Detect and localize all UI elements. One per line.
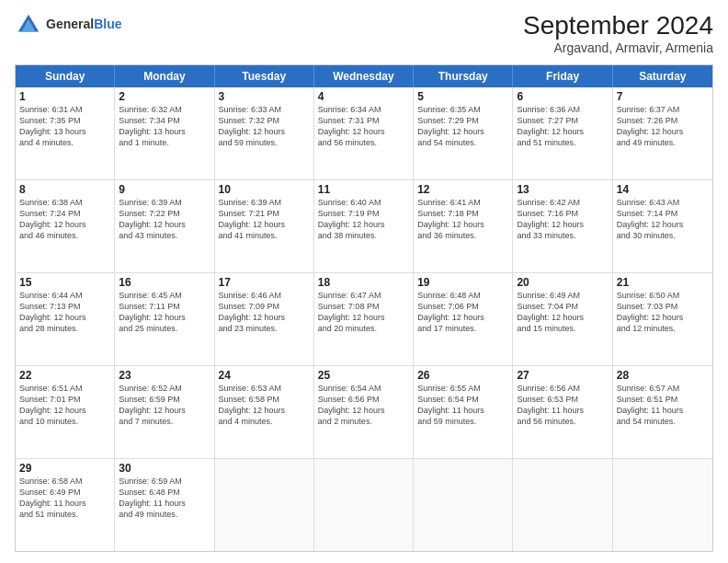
day-info: Sunrise: 6:32 AMSunset: 7:34 PMDaylight:… bbox=[119, 104, 210, 149]
day-number: 20 bbox=[517, 276, 608, 289]
header: GeneralBlue September 2024 Argavand, Arm… bbox=[15, 11, 713, 55]
calendar-day-20: 20Sunrise: 6:49 AMSunset: 7:04 PMDayligh… bbox=[513, 273, 612, 365]
day-info: Sunrise: 6:53 AMSunset: 6:58 PMDaylight:… bbox=[219, 383, 310, 428]
calendar-day-26: 26Sunrise: 6:55 AMSunset: 6:54 PMDayligh… bbox=[414, 366, 513, 458]
calendar-day-22: 22Sunrise: 6:51 AMSunset: 7:01 PMDayligh… bbox=[16, 366, 115, 458]
day-number: 1 bbox=[19, 90, 110, 103]
day-info: Sunrise: 6:36 AMSunset: 7:27 PMDaylight:… bbox=[517, 104, 608, 149]
day-info: Sunrise: 6:38 AMSunset: 7:24 PMDaylight:… bbox=[19, 197, 110, 242]
calendar-week-5: 29Sunrise: 6:58 AMSunset: 6:49 PMDayligh… bbox=[16, 459, 712, 551]
day-number: 4 bbox=[318, 90, 409, 103]
calendar-day-14: 14Sunrise: 6:43 AMSunset: 7:14 PMDayligh… bbox=[613, 180, 712, 272]
calendar-day-21: 21Sunrise: 6:50 AMSunset: 7:03 PMDayligh… bbox=[613, 273, 712, 365]
calendar-day-4: 4Sunrise: 6:34 AMSunset: 7:31 PMDaylight… bbox=[314, 87, 414, 179]
day-number: 18 bbox=[318, 276, 409, 289]
calendar-body: 1Sunrise: 6:31 AMSunset: 7:35 PMDaylight… bbox=[16, 87, 712, 551]
day-info: Sunrise: 6:42 AMSunset: 7:16 PMDaylight:… bbox=[517, 197, 608, 242]
day-info: Sunrise: 6:40 AMSunset: 7:19 PMDaylight:… bbox=[318, 197, 409, 242]
header-day-monday: Monday bbox=[115, 65, 214, 87]
calendar: SundayMondayTuesdayWednesdayThursdayFrid… bbox=[15, 64, 713, 552]
day-number: 24 bbox=[219, 369, 310, 382]
day-info: Sunrise: 6:34 AMSunset: 7:31 PMDaylight:… bbox=[318, 104, 409, 149]
calendar-day-28: 28Sunrise: 6:57 AMSunset: 6:51 PMDayligh… bbox=[613, 366, 712, 458]
calendar-day-30: 30Sunrise: 6:59 AMSunset: 6:48 PMDayligh… bbox=[115, 459, 214, 551]
header-day-saturday: Saturday bbox=[613, 65, 712, 87]
day-info: Sunrise: 6:49 AMSunset: 7:04 PMDaylight:… bbox=[517, 290, 608, 335]
day-info: Sunrise: 6:46 AMSunset: 7:09 PMDaylight:… bbox=[219, 290, 310, 335]
day-info: Sunrise: 6:55 AMSunset: 6:54 PMDaylight:… bbox=[417, 383, 508, 428]
calendar-day-11: 11Sunrise: 6:40 AMSunset: 7:19 PMDayligh… bbox=[314, 180, 414, 272]
day-number: 12 bbox=[417, 183, 508, 196]
day-info: Sunrise: 6:54 AMSunset: 6:56 PMDaylight:… bbox=[318, 383, 409, 428]
calendar-day-empty-4-3 bbox=[314, 459, 414, 551]
calendar-day-9: 9Sunrise: 6:39 AMSunset: 7:22 PMDaylight… bbox=[115, 180, 214, 272]
day-number: 10 bbox=[219, 183, 310, 196]
calendar-day-10: 10Sunrise: 6:39 AMSunset: 7:21 PMDayligh… bbox=[215, 180, 314, 272]
header-day-tuesday: Tuesday bbox=[215, 65, 314, 87]
calendar-week-3: 15Sunrise: 6:44 AMSunset: 7:13 PMDayligh… bbox=[16, 273, 712, 366]
calendar-day-empty-4-6 bbox=[613, 459, 712, 551]
day-info: Sunrise: 6:58 AMSunset: 6:49 PMDaylight:… bbox=[19, 476, 110, 521]
day-number: 22 bbox=[19, 369, 110, 382]
logo-blue: Blue bbox=[94, 17, 121, 31]
calendar-day-29: 29Sunrise: 6:58 AMSunset: 6:49 PMDayligh… bbox=[16, 459, 115, 551]
day-number: 28 bbox=[617, 369, 709, 382]
calendar-day-13: 13Sunrise: 6:42 AMSunset: 7:16 PMDayligh… bbox=[513, 180, 612, 272]
day-number: 13 bbox=[517, 183, 608, 196]
day-number: 7 bbox=[617, 90, 709, 103]
calendar-day-8: 8Sunrise: 6:38 AMSunset: 7:24 PMDaylight… bbox=[16, 180, 115, 272]
day-number: 25 bbox=[318, 369, 409, 382]
day-info: Sunrise: 6:37 AMSunset: 7:26 PMDaylight:… bbox=[617, 104, 709, 149]
title-block: September 2024 Argavand, Armavir, Armeni… bbox=[523, 11, 713, 55]
day-number: 14 bbox=[617, 183, 709, 196]
day-info: Sunrise: 6:51 AMSunset: 7:01 PMDaylight:… bbox=[19, 383, 110, 428]
subtitle: Argavand, Armavir, Armenia bbox=[523, 40, 713, 55]
calendar-week-1: 1Sunrise: 6:31 AMSunset: 7:35 PMDaylight… bbox=[16, 87, 712, 180]
calendar-day-7: 7Sunrise: 6:37 AMSunset: 7:26 PMDaylight… bbox=[613, 87, 712, 179]
day-info: Sunrise: 6:39 AMSunset: 7:22 PMDaylight:… bbox=[119, 197, 210, 242]
day-number: 5 bbox=[417, 90, 508, 103]
logo-general: General bbox=[46, 17, 94, 31]
day-info: Sunrise: 6:39 AMSunset: 7:21 PMDaylight:… bbox=[219, 197, 310, 242]
day-info: Sunrise: 6:59 AMSunset: 6:48 PMDaylight:… bbox=[119, 476, 210, 521]
calendar-day-12: 12Sunrise: 6:41 AMSunset: 7:18 PMDayligh… bbox=[414, 180, 513, 272]
calendar-day-19: 19Sunrise: 6:48 AMSunset: 7:06 PMDayligh… bbox=[414, 273, 513, 365]
page: GeneralBlue September 2024 Argavand, Arm… bbox=[0, 0, 728, 563]
calendar-header: SundayMondayTuesdayWednesdayThursdayFrid… bbox=[16, 65, 712, 87]
calendar-day-17: 17Sunrise: 6:46 AMSunset: 7:09 PMDayligh… bbox=[215, 273, 314, 365]
day-number: 9 bbox=[119, 183, 210, 196]
day-info: Sunrise: 6:35 AMSunset: 7:29 PMDaylight:… bbox=[417, 104, 508, 149]
calendar-day-3: 3Sunrise: 6:33 AMSunset: 7:32 PMDaylight… bbox=[215, 87, 314, 179]
calendar-week-4: 22Sunrise: 6:51 AMSunset: 7:01 PMDayligh… bbox=[16, 366, 712, 459]
day-info: Sunrise: 6:33 AMSunset: 7:32 PMDaylight:… bbox=[219, 104, 310, 149]
day-number: 17 bbox=[219, 276, 310, 289]
calendar-day-empty-4-5 bbox=[513, 459, 612, 551]
logo-icon bbox=[15, 11, 42, 39]
header-day-sunday: Sunday bbox=[16, 65, 115, 87]
calendar-day-1: 1Sunrise: 6:31 AMSunset: 7:35 PMDaylight… bbox=[16, 87, 115, 179]
calendar-day-5: 5Sunrise: 6:35 AMSunset: 7:29 PMDaylight… bbox=[414, 87, 513, 179]
day-info: Sunrise: 6:57 AMSunset: 6:51 PMDaylight:… bbox=[617, 383, 709, 428]
day-number: 16 bbox=[119, 276, 210, 289]
calendar-day-24: 24Sunrise: 6:53 AMSunset: 6:58 PMDayligh… bbox=[215, 366, 314, 458]
day-info: Sunrise: 6:31 AMSunset: 7:35 PMDaylight:… bbox=[19, 104, 110, 149]
day-info: Sunrise: 6:52 AMSunset: 6:59 PMDaylight:… bbox=[119, 383, 210, 428]
calendar-day-empty-4-2 bbox=[215, 459, 314, 551]
day-number: 3 bbox=[219, 90, 310, 103]
calendar-day-23: 23Sunrise: 6:52 AMSunset: 6:59 PMDayligh… bbox=[115, 366, 214, 458]
calendar-day-25: 25Sunrise: 6:54 AMSunset: 6:56 PMDayligh… bbox=[314, 366, 414, 458]
day-number: 21 bbox=[617, 276, 709, 289]
day-info: Sunrise: 6:48 AMSunset: 7:06 PMDaylight:… bbox=[417, 290, 508, 335]
calendar-day-15: 15Sunrise: 6:44 AMSunset: 7:13 PMDayligh… bbox=[16, 273, 115, 365]
day-info: Sunrise: 6:41 AMSunset: 7:18 PMDaylight:… bbox=[417, 197, 508, 242]
calendar-day-27: 27Sunrise: 6:56 AMSunset: 6:53 PMDayligh… bbox=[513, 366, 612, 458]
day-number: 8 bbox=[19, 183, 110, 196]
day-number: 30 bbox=[119, 462, 210, 475]
day-number: 2 bbox=[119, 90, 210, 103]
calendar-day-empty-4-4 bbox=[414, 459, 513, 551]
calendar-day-2: 2Sunrise: 6:32 AMSunset: 7:34 PMDaylight… bbox=[115, 87, 214, 179]
day-number: 29 bbox=[19, 462, 110, 475]
calendar-week-2: 8Sunrise: 6:38 AMSunset: 7:24 PMDaylight… bbox=[16, 180, 712, 273]
day-number: 6 bbox=[517, 90, 608, 103]
day-number: 27 bbox=[517, 369, 608, 382]
